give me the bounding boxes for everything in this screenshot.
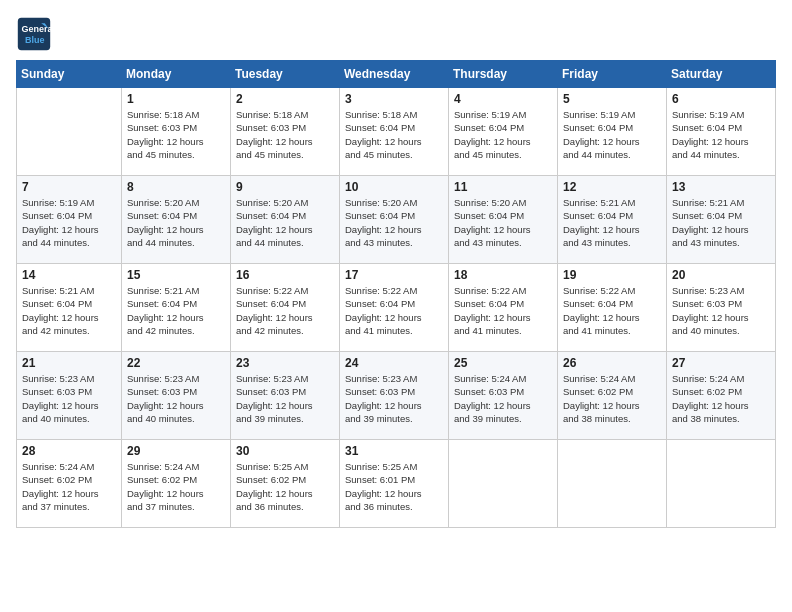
day-number: 6 bbox=[672, 92, 770, 106]
day-info: Sunrise: 5:19 AMSunset: 6:04 PMDaylight:… bbox=[454, 108, 552, 161]
calendar-cell: 20Sunrise: 5:23 AMSunset: 6:03 PMDayligh… bbox=[667, 264, 776, 352]
day-number: 18 bbox=[454, 268, 552, 282]
col-header-thursday: Thursday bbox=[449, 61, 558, 88]
calendar-cell bbox=[449, 440, 558, 528]
calendar-cell: 17Sunrise: 5:22 AMSunset: 6:04 PMDayligh… bbox=[340, 264, 449, 352]
day-number: 3 bbox=[345, 92, 443, 106]
calendar-cell: 5Sunrise: 5:19 AMSunset: 6:04 PMDaylight… bbox=[558, 88, 667, 176]
day-number: 29 bbox=[127, 444, 225, 458]
day-info: Sunrise: 5:24 AMSunset: 6:02 PMDaylight:… bbox=[22, 460, 116, 513]
day-number: 5 bbox=[563, 92, 661, 106]
day-info: Sunrise: 5:21 AMSunset: 6:04 PMDaylight:… bbox=[563, 196, 661, 249]
calendar-cell: 24Sunrise: 5:23 AMSunset: 6:03 PMDayligh… bbox=[340, 352, 449, 440]
day-number: 25 bbox=[454, 356, 552, 370]
day-info: Sunrise: 5:25 AMSunset: 6:01 PMDaylight:… bbox=[345, 460, 443, 513]
day-number: 26 bbox=[563, 356, 661, 370]
col-header-sunday: Sunday bbox=[17, 61, 122, 88]
calendar-cell: 16Sunrise: 5:22 AMSunset: 6:04 PMDayligh… bbox=[231, 264, 340, 352]
calendar-cell: 10Sunrise: 5:20 AMSunset: 6:04 PMDayligh… bbox=[340, 176, 449, 264]
day-number: 7 bbox=[22, 180, 116, 194]
logo-icon: General Blue bbox=[16, 16, 52, 52]
day-number: 1 bbox=[127, 92, 225, 106]
calendar-cell: 1Sunrise: 5:18 AMSunset: 6:03 PMDaylight… bbox=[122, 88, 231, 176]
day-number: 8 bbox=[127, 180, 225, 194]
calendar-cell: 13Sunrise: 5:21 AMSunset: 6:04 PMDayligh… bbox=[667, 176, 776, 264]
day-info: Sunrise: 5:23 AMSunset: 6:03 PMDaylight:… bbox=[672, 284, 770, 337]
day-number: 13 bbox=[672, 180, 770, 194]
calendar-cell bbox=[667, 440, 776, 528]
calendar-cell: 30Sunrise: 5:25 AMSunset: 6:02 PMDayligh… bbox=[231, 440, 340, 528]
day-info: Sunrise: 5:20 AMSunset: 6:04 PMDaylight:… bbox=[236, 196, 334, 249]
day-info: Sunrise: 5:23 AMSunset: 6:03 PMDaylight:… bbox=[22, 372, 116, 425]
col-header-friday: Friday bbox=[558, 61, 667, 88]
day-number: 21 bbox=[22, 356, 116, 370]
day-number: 15 bbox=[127, 268, 225, 282]
day-info: Sunrise: 5:22 AMSunset: 6:04 PMDaylight:… bbox=[236, 284, 334, 337]
page-header: General Blue bbox=[16, 16, 776, 52]
day-number: 14 bbox=[22, 268, 116, 282]
col-header-monday: Monday bbox=[122, 61, 231, 88]
calendar-cell: 31Sunrise: 5:25 AMSunset: 6:01 PMDayligh… bbox=[340, 440, 449, 528]
day-info: Sunrise: 5:18 AMSunset: 6:03 PMDaylight:… bbox=[236, 108, 334, 161]
day-info: Sunrise: 5:19 AMSunset: 6:04 PMDaylight:… bbox=[22, 196, 116, 249]
calendar-week-4: 21Sunrise: 5:23 AMSunset: 6:03 PMDayligh… bbox=[17, 352, 776, 440]
calendar-cell bbox=[17, 88, 122, 176]
calendar-cell: 14Sunrise: 5:21 AMSunset: 6:04 PMDayligh… bbox=[17, 264, 122, 352]
calendar-week-2: 7Sunrise: 5:19 AMSunset: 6:04 PMDaylight… bbox=[17, 176, 776, 264]
col-header-tuesday: Tuesday bbox=[231, 61, 340, 88]
day-number: 9 bbox=[236, 180, 334, 194]
calendar-cell: 11Sunrise: 5:20 AMSunset: 6:04 PMDayligh… bbox=[449, 176, 558, 264]
day-info: Sunrise: 5:21 AMSunset: 6:04 PMDaylight:… bbox=[127, 284, 225, 337]
day-number: 4 bbox=[454, 92, 552, 106]
day-number: 27 bbox=[672, 356, 770, 370]
svg-text:Blue: Blue bbox=[25, 35, 45, 45]
calendar-cell: 26Sunrise: 5:24 AMSunset: 6:02 PMDayligh… bbox=[558, 352, 667, 440]
day-info: Sunrise: 5:25 AMSunset: 6:02 PMDaylight:… bbox=[236, 460, 334, 513]
day-info: Sunrise: 5:19 AMSunset: 6:04 PMDaylight:… bbox=[672, 108, 770, 161]
calendar-cell: 18Sunrise: 5:22 AMSunset: 6:04 PMDayligh… bbox=[449, 264, 558, 352]
calendar-cell: 29Sunrise: 5:24 AMSunset: 6:02 PMDayligh… bbox=[122, 440, 231, 528]
day-number: 22 bbox=[127, 356, 225, 370]
logo: General Blue bbox=[16, 16, 56, 52]
day-info: Sunrise: 5:18 AMSunset: 6:03 PMDaylight:… bbox=[127, 108, 225, 161]
day-info: Sunrise: 5:24 AMSunset: 6:02 PMDaylight:… bbox=[672, 372, 770, 425]
calendar-cell: 2Sunrise: 5:18 AMSunset: 6:03 PMDaylight… bbox=[231, 88, 340, 176]
day-number: 23 bbox=[236, 356, 334, 370]
day-info: Sunrise: 5:20 AMSunset: 6:04 PMDaylight:… bbox=[454, 196, 552, 249]
day-number: 28 bbox=[22, 444, 116, 458]
day-info: Sunrise: 5:22 AMSunset: 6:04 PMDaylight:… bbox=[563, 284, 661, 337]
calendar-cell: 3Sunrise: 5:18 AMSunset: 6:04 PMDaylight… bbox=[340, 88, 449, 176]
day-number: 24 bbox=[345, 356, 443, 370]
calendar-cell: 19Sunrise: 5:22 AMSunset: 6:04 PMDayligh… bbox=[558, 264, 667, 352]
col-header-wednesday: Wednesday bbox=[340, 61, 449, 88]
day-info: Sunrise: 5:20 AMSunset: 6:04 PMDaylight:… bbox=[127, 196, 225, 249]
day-info: Sunrise: 5:23 AMSunset: 6:03 PMDaylight:… bbox=[127, 372, 225, 425]
day-info: Sunrise: 5:21 AMSunset: 6:04 PMDaylight:… bbox=[672, 196, 770, 249]
day-info: Sunrise: 5:21 AMSunset: 6:04 PMDaylight:… bbox=[22, 284, 116, 337]
day-number: 30 bbox=[236, 444, 334, 458]
calendar-cell: 12Sunrise: 5:21 AMSunset: 6:04 PMDayligh… bbox=[558, 176, 667, 264]
calendar-cell: 6Sunrise: 5:19 AMSunset: 6:04 PMDaylight… bbox=[667, 88, 776, 176]
calendar-cell: 21Sunrise: 5:23 AMSunset: 6:03 PMDayligh… bbox=[17, 352, 122, 440]
day-number: 31 bbox=[345, 444, 443, 458]
day-info: Sunrise: 5:22 AMSunset: 6:04 PMDaylight:… bbox=[454, 284, 552, 337]
calendar-cell: 9Sunrise: 5:20 AMSunset: 6:04 PMDaylight… bbox=[231, 176, 340, 264]
day-number: 16 bbox=[236, 268, 334, 282]
day-info: Sunrise: 5:23 AMSunset: 6:03 PMDaylight:… bbox=[345, 372, 443, 425]
calendar-cell: 7Sunrise: 5:19 AMSunset: 6:04 PMDaylight… bbox=[17, 176, 122, 264]
day-info: Sunrise: 5:22 AMSunset: 6:04 PMDaylight:… bbox=[345, 284, 443, 337]
day-info: Sunrise: 5:24 AMSunset: 6:02 PMDaylight:… bbox=[127, 460, 225, 513]
calendar-cell: 8Sunrise: 5:20 AMSunset: 6:04 PMDaylight… bbox=[122, 176, 231, 264]
svg-text:General: General bbox=[21, 24, 52, 34]
calendar-cell: 15Sunrise: 5:21 AMSunset: 6:04 PMDayligh… bbox=[122, 264, 231, 352]
day-info: Sunrise: 5:18 AMSunset: 6:04 PMDaylight:… bbox=[345, 108, 443, 161]
col-header-saturday: Saturday bbox=[667, 61, 776, 88]
day-number: 11 bbox=[454, 180, 552, 194]
day-number: 19 bbox=[563, 268, 661, 282]
day-info: Sunrise: 5:19 AMSunset: 6:04 PMDaylight:… bbox=[563, 108, 661, 161]
calendar-cell: 4Sunrise: 5:19 AMSunset: 6:04 PMDaylight… bbox=[449, 88, 558, 176]
calendar-cell: 22Sunrise: 5:23 AMSunset: 6:03 PMDayligh… bbox=[122, 352, 231, 440]
calendar-cell: 27Sunrise: 5:24 AMSunset: 6:02 PMDayligh… bbox=[667, 352, 776, 440]
calendar-cell: 25Sunrise: 5:24 AMSunset: 6:03 PMDayligh… bbox=[449, 352, 558, 440]
day-info: Sunrise: 5:24 AMSunset: 6:02 PMDaylight:… bbox=[563, 372, 661, 425]
